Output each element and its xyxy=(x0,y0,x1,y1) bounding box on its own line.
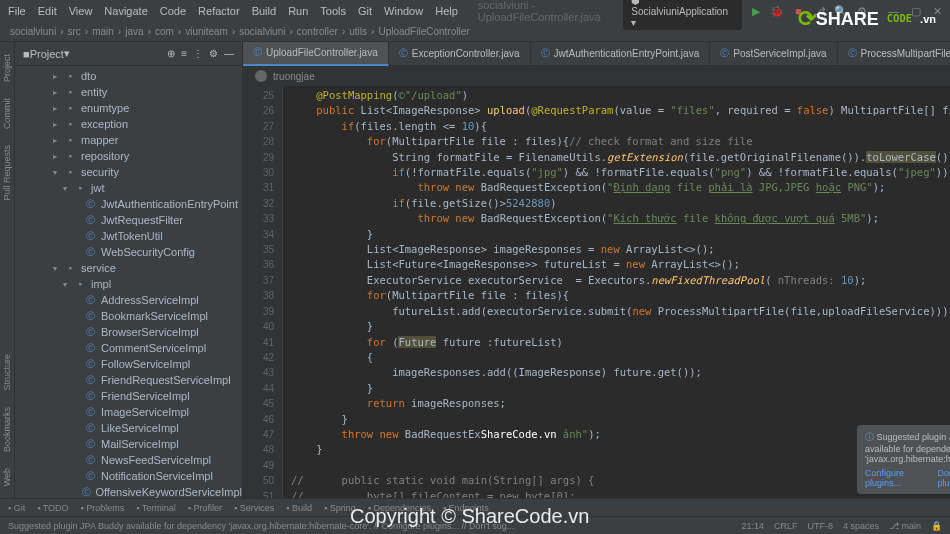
tree-item-imageserviceimpl[interactable]: ⒸImageServiceImpl xyxy=(15,404,242,420)
tree-item-entity[interactable]: ▸▪entity xyxy=(15,84,242,100)
tree-item-followserviceimpl[interactable]: ⒸFollowServiceImpl xyxy=(15,356,242,372)
tree-item-friendrequestserviceimpl[interactable]: ⒸFriendRequestServiceImpl xyxy=(15,372,242,388)
menu-tools[interactable]: Tools xyxy=(320,5,346,17)
tree-item-impl[interactable]: ▾▪impl xyxy=(15,276,242,292)
tree-item-commentserviceimpl[interactable]: ⒸCommentServiceImpl xyxy=(15,340,242,356)
menu-refactor[interactable]: Refactor xyxy=(198,5,240,17)
menu-file[interactable]: File xyxy=(8,5,26,17)
tool-tab-build[interactable]: ▪ Build xyxy=(286,503,312,513)
tree-item-jwtrequestfilter[interactable]: ⒸJwtRequestFilter xyxy=(15,212,242,228)
commit-tool-tab[interactable]: Commit xyxy=(0,90,14,137)
project-tree[interactable]: ▸▪dto▸▪entity▸▪enumtype▸▪exception▸▪mapp… xyxy=(15,66,242,498)
encoding[interactable]: UTF-8 xyxy=(807,521,833,531)
tree-item-jwt[interactable]: ▾▪jwt xyxy=(15,180,242,196)
minimize-icon[interactable]: — xyxy=(888,5,899,18)
tab-ProcessMultipartFile.java[interactable]: ⒸProcessMultipartFile.java xyxy=(838,42,950,66)
avatar xyxy=(255,70,267,82)
class-icon: Ⓒ xyxy=(83,327,97,338)
tree-item-websecurityconfig[interactable]: ⒸWebSecurityConfig xyxy=(15,244,242,260)
tab-UploadFileController.java[interactable]: ⒸUploadFileController.java xyxy=(243,42,389,66)
tree-item-jwttokenutil[interactable]: ⒸJwtTokenUtil xyxy=(15,228,242,244)
tool-tab-terminal[interactable]: ▪ Terminal xyxy=(136,503,176,513)
tree-item-notificationserviceimpl[interactable]: ⒸNotificationServiceImpl xyxy=(15,468,242,484)
project-tool-tab[interactable]: Project xyxy=(0,46,14,90)
menu-navigate[interactable]: Navigate xyxy=(104,5,147,17)
tree-item-security[interactable]: ▾▪security xyxy=(15,164,242,180)
breadcrumb-segment[interactable]: src xyxy=(67,26,80,37)
menu-edit[interactable]: Edit xyxy=(38,5,57,17)
menu-view[interactable]: View xyxy=(69,5,93,17)
maximize-icon[interactable]: ▢ xyxy=(911,5,921,18)
tab-ExceptionController.java[interactable]: ⒸExceptionController.java xyxy=(389,42,531,66)
tool-tab-services[interactable]: ▪ Services xyxy=(234,503,274,513)
git-icon[interactable]: ⎇ xyxy=(813,4,826,18)
tree-item-dto[interactable]: ▸▪dto xyxy=(15,68,242,84)
cursor-position[interactable]: 21:14 xyxy=(741,521,764,531)
tree-item-newsfeedserviceimpl[interactable]: ⒸNewsFeedServiceImpl xyxy=(15,452,242,468)
java-file-icon: Ⓒ xyxy=(399,47,408,60)
web-tool-tab[interactable]: Web xyxy=(0,460,14,494)
menu-build[interactable]: Build xyxy=(252,5,276,17)
tree-item-exception[interactable]: ▸▪exception xyxy=(15,116,242,132)
tree-item-jwtauthenticationentrypoint[interactable]: ⒸJwtAuthenticationEntryPoint xyxy=(15,196,242,212)
locate-icon[interactable]: ⊕ xyxy=(167,48,175,59)
bookmarks-tool-tab[interactable]: Bookmarks xyxy=(0,399,14,460)
breadcrumb-segment[interactable]: UploadFileController xyxy=(378,26,469,37)
tree-item-likeserviceimpl[interactable]: ⒸLikeServiceImpl xyxy=(15,420,242,436)
run-config-selector[interactable]: ⬢ SocialviuniApplication ▾ xyxy=(623,0,742,30)
dont-suggest-link[interactable]: Don't suggest this plugin xyxy=(938,468,950,488)
menu-git[interactable]: Git xyxy=(358,5,372,17)
breadcrumb-segment[interactable]: viuniteam xyxy=(185,26,228,37)
menu-help[interactable]: Help xyxy=(435,5,458,17)
tree-item-bookmarkserviceimpl[interactable]: ⒸBookmarkServiceImpl xyxy=(15,308,242,324)
git-branch[interactable]: ⎇ main xyxy=(889,521,921,531)
tree-item-enumtype[interactable]: ▸▪enumtype xyxy=(15,100,242,116)
structure-tool-tab[interactable]: Structure xyxy=(0,346,14,399)
breadcrumb-segment[interactable]: controller xyxy=(297,26,338,37)
tree-item-mapper[interactable]: ▸▪mapper xyxy=(15,132,242,148)
breadcrumb-segment[interactable]: java xyxy=(125,26,143,37)
breadcrumb-segment[interactable]: com xyxy=(155,26,174,37)
pull-requests-tool-tab[interactable]: Pull Requests xyxy=(0,137,14,209)
settings-icon[interactable]: ⚙ xyxy=(856,4,868,18)
tab-PostServiceImpl.java[interactable]: ⒸPostServiceImpl.java xyxy=(710,42,837,66)
tree-item-mailserviceimpl[interactable]: ⒸMailServiceImpl xyxy=(15,436,242,452)
hide-icon[interactable]: — xyxy=(224,48,234,59)
run-icon[interactable]: ▶ xyxy=(750,4,762,18)
breadcrumb-segment[interactable]: socialviuni xyxy=(10,26,56,37)
tree-item-label: JwtAuthenticationEntryPoint xyxy=(101,198,238,210)
tool-tab-dependencies[interactable]: ▪ Dependencies xyxy=(368,503,431,513)
tree-item-offensivekeywordserviceimpl[interactable]: ⒸOffensiveKeywordServiceImpl xyxy=(15,484,242,498)
search-icon[interactable]: 🔍 xyxy=(834,4,848,18)
close-icon[interactable]: ✕ xyxy=(933,5,942,18)
tree-item-addressserviceimpl[interactable]: ⒸAddressServiceImpl xyxy=(15,292,242,308)
tool-tab-git[interactable]: ▪ Git xyxy=(8,503,25,513)
tool-tab-spring[interactable]: ▪ Spring xyxy=(324,503,356,513)
expand-icon[interactable]: ⋮ xyxy=(193,48,203,59)
indent[interactable]: 4 spaces xyxy=(843,521,879,531)
tree-item-browserserviceimpl[interactable]: ⒸBrowserServiceImpl xyxy=(15,324,242,340)
breadcrumb-segment[interactable]: utils xyxy=(349,26,367,37)
debug-icon[interactable]: 🐞 xyxy=(770,4,784,18)
line-separator[interactable]: CRLF xyxy=(774,521,798,531)
tree-item-service[interactable]: ▾▪service xyxy=(15,260,242,276)
collapse-icon[interactable]: ≡ xyxy=(181,48,187,59)
tool-tab-todo[interactable]: ▪ TODO xyxy=(37,503,68,513)
tab-JwtAuthenticationEntryPoint.java[interactable]: ⒸJwtAuthenticationEntryPoint.java xyxy=(531,42,711,66)
tool-tab-profiler[interactable]: ▪ Profiler xyxy=(188,503,222,513)
lock-icon[interactable]: 🔒 xyxy=(931,521,942,531)
gear-icon[interactable]: ⚙ xyxy=(209,48,218,59)
tool-tab-endpoints[interactable]: ▪ Endpoints xyxy=(443,503,489,513)
code-area[interactable]: 2526272829303132333435363738394041424344… xyxy=(243,86,950,498)
stop-icon[interactable]: ■ xyxy=(792,4,804,18)
configure-plugins-link[interactable]: Configure plugins... xyxy=(865,468,938,488)
menu-run[interactable]: Run xyxy=(288,5,308,17)
breadcrumb-segment[interactable]: main xyxy=(92,26,114,37)
breadcrumb-segment[interactable]: socialviuni xyxy=(239,26,285,37)
menu-window[interactable]: Window xyxy=(384,5,423,17)
tree-item-repository[interactable]: ▸▪repository xyxy=(15,148,242,164)
code-content[interactable]: @PostMapping(©"/upload") public List<Ima… xyxy=(283,86,950,498)
tree-item-friendserviceimpl[interactable]: ⒸFriendServiceImpl xyxy=(15,388,242,404)
tool-tab-problems[interactable]: ▪ Problems xyxy=(81,503,125,513)
menu-code[interactable]: Code xyxy=(160,5,186,17)
